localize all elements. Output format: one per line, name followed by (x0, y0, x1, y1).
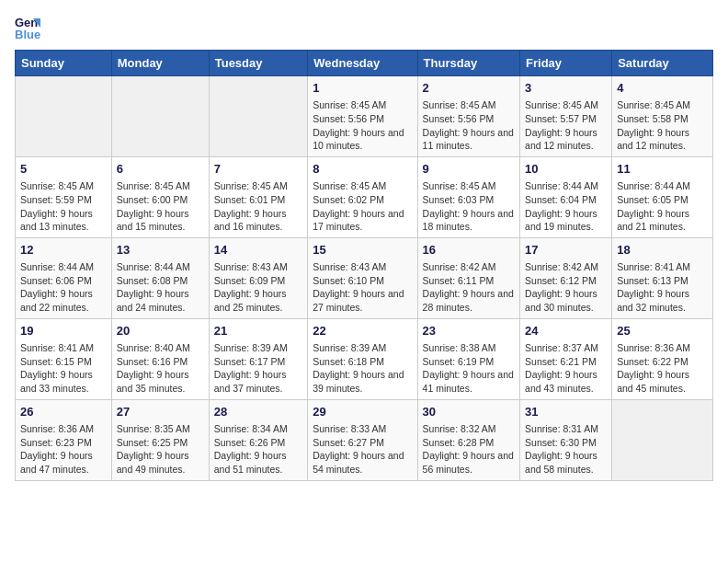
day-cell: 6Sunrise: 8:45 AM Sunset: 6:00 PM Daylig… (111, 156, 209, 237)
day-cell: 5Sunrise: 8:45 AM Sunset: 5:59 PM Daylig… (16, 156, 112, 237)
day-number: 4 (617, 80, 708, 97)
day-cell: 24Sunrise: 8:37 AM Sunset: 6:21 PM Dayli… (520, 318, 612, 399)
day-cell (612, 399, 713, 480)
day-info: Sunrise: 8:45 AM Sunset: 6:03 PM Dayligh… (423, 179, 515, 234)
day-number: 7 (214, 161, 303, 178)
header-row: SundayMondayTuesdayWednesdayThursdayFrid… (16, 51, 713, 76)
day-number: 9 (423, 161, 515, 178)
day-number: 10 (525, 161, 607, 178)
header-cell-thursday: Thursday (417, 51, 519, 76)
day-cell: 20Sunrise: 8:40 AM Sunset: 6:16 PM Dayli… (111, 318, 209, 399)
day-number: 12 (20, 242, 107, 259)
day-info: Sunrise: 8:44 AM Sunset: 6:08 PM Dayligh… (117, 260, 204, 315)
day-cell: 28Sunrise: 8:34 AM Sunset: 6:26 PM Dayli… (209, 399, 308, 480)
day-cell: 15Sunrise: 8:43 AM Sunset: 6:10 PM Dayli… (308, 237, 417, 318)
day-info: Sunrise: 8:45 AM Sunset: 5:57 PM Dayligh… (525, 98, 607, 153)
day-info: Sunrise: 8:37 AM Sunset: 6:21 PM Dayligh… (525, 341, 607, 396)
day-cell: 2Sunrise: 8:45 AM Sunset: 5:56 PM Daylig… (417, 76, 519, 157)
day-info: Sunrise: 8:41 AM Sunset: 6:13 PM Dayligh… (617, 260, 708, 315)
day-info: Sunrise: 8:32 AM Sunset: 6:28 PM Dayligh… (423, 422, 515, 477)
header-cell-sunday: Sunday (16, 51, 112, 76)
day-info: Sunrise: 8:44 AM Sunset: 6:04 PM Dayligh… (525, 179, 607, 234)
day-number: 2 (423, 80, 515, 97)
day-info: Sunrise: 8:41 AM Sunset: 6:15 PM Dayligh… (20, 341, 107, 396)
day-info: Sunrise: 8:45 AM Sunset: 5:58 PM Dayligh… (617, 98, 708, 153)
day-cell: 22Sunrise: 8:39 AM Sunset: 6:18 PM Dayli… (308, 318, 417, 399)
day-number: 28 (214, 404, 303, 420)
day-cell: 9Sunrise: 8:45 AM Sunset: 6:03 PM Daylig… (417, 156, 519, 237)
day-info: Sunrise: 8:36 AM Sunset: 6:23 PM Dayligh… (20, 422, 107, 477)
day-number: 15 (313, 242, 412, 259)
day-number: 3 (525, 80, 607, 97)
day-info: Sunrise: 8:44 AM Sunset: 6:05 PM Dayligh… (617, 179, 708, 234)
day-cell: 30Sunrise: 8:32 AM Sunset: 6:28 PM Dayli… (417, 399, 519, 480)
day-info: Sunrise: 8:31 AM Sunset: 6:30 PM Dayligh… (525, 422, 607, 477)
day-number: 22 (313, 323, 412, 339)
day-info: Sunrise: 8:39 AM Sunset: 6:17 PM Dayligh… (214, 341, 303, 396)
day-cell: 18Sunrise: 8:41 AM Sunset: 6:13 PM Dayli… (612, 237, 713, 318)
day-number: 11 (617, 161, 708, 178)
day-number: 13 (117, 242, 204, 259)
day-number: 21 (214, 323, 303, 339)
day-info: Sunrise: 8:39 AM Sunset: 6:18 PM Dayligh… (313, 341, 412, 396)
day-number: 31 (525, 404, 607, 420)
day-info: Sunrise: 8:45 AM Sunset: 6:02 PM Dayligh… (313, 179, 412, 234)
calendar-table: SundayMondayTuesdayWednesdayThursdayFrid… (15, 50, 713, 481)
day-info: Sunrise: 8:34 AM Sunset: 6:26 PM Dayligh… (214, 422, 303, 477)
day-number: 24 (525, 323, 607, 339)
day-number: 23 (423, 323, 515, 339)
logo-icon: General Blue (15, 15, 40, 40)
week-row-1: 1Sunrise: 8:45 AM Sunset: 5:56 PM Daylig… (16, 76, 713, 157)
day-cell: 1Sunrise: 8:45 AM Sunset: 5:56 PM Daylig… (308, 76, 417, 157)
day-info: Sunrise: 8:38 AM Sunset: 6:19 PM Dayligh… (423, 341, 515, 396)
header-cell-wednesday: Wednesday (308, 51, 417, 76)
day-cell: 23Sunrise: 8:38 AM Sunset: 6:19 PM Dayli… (417, 318, 519, 399)
day-info: Sunrise: 8:45 AM Sunset: 5:56 PM Dayligh… (313, 98, 412, 153)
day-cell: 29Sunrise: 8:33 AM Sunset: 6:27 PM Dayli… (308, 399, 417, 480)
day-cell: 13Sunrise: 8:44 AM Sunset: 6:08 PM Dayli… (111, 237, 209, 318)
day-cell: 8Sunrise: 8:45 AM Sunset: 6:02 PM Daylig… (308, 156, 417, 237)
day-cell: 11Sunrise: 8:44 AM Sunset: 6:05 PM Dayli… (612, 156, 713, 237)
day-cell: 16Sunrise: 8:42 AM Sunset: 6:11 PM Dayli… (417, 237, 519, 318)
svg-text:Blue: Blue (15, 28, 40, 40)
day-number: 8 (313, 161, 412, 178)
day-info: Sunrise: 8:45 AM Sunset: 5:59 PM Dayligh… (20, 179, 107, 234)
day-number: 19 (20, 323, 107, 339)
day-cell: 4Sunrise: 8:45 AM Sunset: 5:58 PM Daylig… (612, 76, 713, 157)
day-info: Sunrise: 8:33 AM Sunset: 6:27 PM Dayligh… (313, 422, 412, 477)
day-number: 1 (313, 80, 412, 97)
day-cell: 3Sunrise: 8:45 AM Sunset: 5:57 PM Daylig… (520, 76, 612, 157)
day-cell (111, 76, 209, 157)
day-cell (209, 76, 308, 157)
day-number: 26 (20, 404, 107, 420)
day-cell: 26Sunrise: 8:36 AM Sunset: 6:23 PM Dayli… (16, 399, 112, 480)
day-number: 30 (423, 404, 515, 420)
day-cell: 14Sunrise: 8:43 AM Sunset: 6:09 PM Dayli… (209, 237, 308, 318)
header-cell-tuesday: Tuesday (209, 51, 308, 76)
header: General Blue (15, 15, 713, 40)
week-row-5: 26Sunrise: 8:36 AM Sunset: 6:23 PM Dayli… (16, 399, 713, 480)
week-row-3: 12Sunrise: 8:44 AM Sunset: 6:06 PM Dayli… (16, 237, 713, 318)
day-number: 17 (525, 242, 607, 259)
day-info: Sunrise: 8:43 AM Sunset: 6:09 PM Dayligh… (214, 260, 303, 315)
day-info: Sunrise: 8:45 AM Sunset: 6:00 PM Dayligh… (117, 179, 204, 234)
day-cell: 31Sunrise: 8:31 AM Sunset: 6:30 PM Dayli… (520, 399, 612, 480)
day-number: 14 (214, 242, 303, 259)
day-number: 18 (617, 242, 708, 259)
day-cell: 19Sunrise: 8:41 AM Sunset: 6:15 PM Dayli… (16, 318, 112, 399)
day-info: Sunrise: 8:42 AM Sunset: 6:12 PM Dayligh… (525, 260, 607, 315)
day-number: 25 (617, 323, 708, 339)
day-info: Sunrise: 8:45 AM Sunset: 6:01 PM Dayligh… (214, 179, 303, 234)
day-info: Sunrise: 8:36 AM Sunset: 6:22 PM Dayligh… (617, 341, 708, 396)
day-info: Sunrise: 8:44 AM Sunset: 6:06 PM Dayligh… (20, 260, 107, 315)
day-cell: 7Sunrise: 8:45 AM Sunset: 6:01 PM Daylig… (209, 156, 308, 237)
week-row-2: 5Sunrise: 8:45 AM Sunset: 5:59 PM Daylig… (16, 156, 713, 237)
day-number: 16 (423, 242, 515, 259)
day-number: 27 (117, 404, 204, 420)
day-number: 5 (20, 161, 107, 178)
day-cell: 25Sunrise: 8:36 AM Sunset: 6:22 PM Dayli… (612, 318, 713, 399)
day-number: 20 (117, 323, 204, 339)
day-info: Sunrise: 8:35 AM Sunset: 6:25 PM Dayligh… (117, 422, 204, 477)
day-number: 6 (117, 161, 204, 178)
day-info: Sunrise: 8:42 AM Sunset: 6:11 PM Dayligh… (423, 260, 515, 315)
